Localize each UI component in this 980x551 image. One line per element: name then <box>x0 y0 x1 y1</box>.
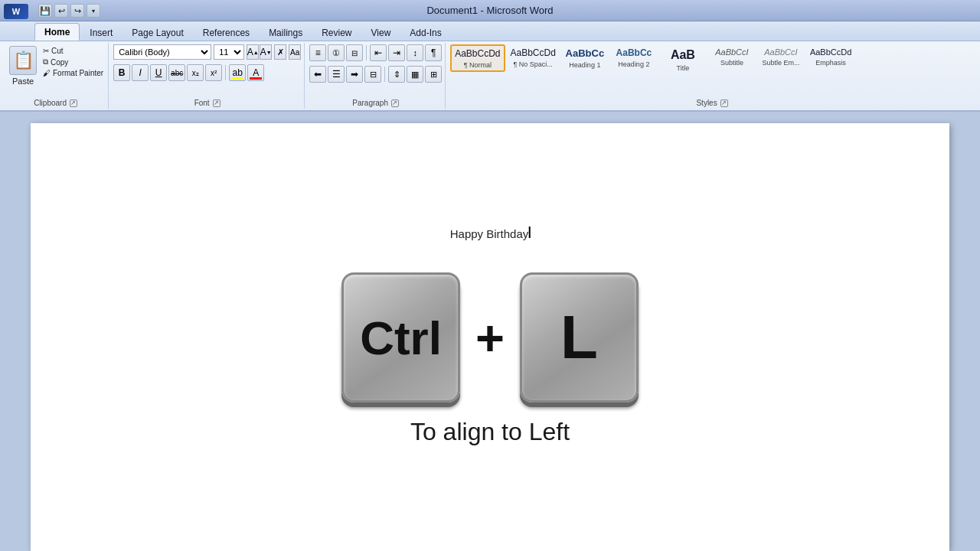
style-normal[interactable]: AaBbCcDd ¶ Normal <box>450 44 505 72</box>
style-title-label: Title <box>677 64 690 72</box>
style-no-spacing[interactable]: AaBbCcDd ¶ No Spaci... <box>507 44 560 70</box>
keys-row: Ctrl + L <box>341 272 639 403</box>
font-grow-button[interactable]: A▲ <box>247 44 259 60</box>
highlight-button[interactable]: ab <box>229 64 246 81</box>
tab-home[interactable]: Home <box>34 23 80 41</box>
subscript-button[interactable]: x₂ <box>187 64 204 81</box>
clipboard-group: 📋 Paste ✂ Cut ⧉ Copy 🖌 <box>3 43 109 109</box>
align-right-button[interactable]: ➡ <box>346 66 363 83</box>
line-spacing-button[interactable]: ⇕ <box>388 66 405 83</box>
multilevel-button[interactable]: ⊟ <box>346 44 363 61</box>
styles-group-label: Styles ↗ <box>450 99 974 107</box>
paragraph-expand-icon[interactable]: ↗ <box>391 99 399 107</box>
align-left-button[interactable]: ⬅ <box>309 66 326 83</box>
ribbon: Home Insert Page Layout References Maili… <box>0 21 980 112</box>
clipboard-group-label: Clipboard ↗ <box>6 99 105 107</box>
style-heading2-label: Heading 2 <box>618 60 649 68</box>
paragraph-group-label: Paragraph ↗ <box>309 99 442 107</box>
title-bar: W 💾 ↩ ↪ ▾ Document1 - Microsoft Word <box>0 0 980 21</box>
font-shrink-button[interactable]: A▼ <box>260 44 272 60</box>
align-center-button[interactable]: ☰ <box>328 66 345 83</box>
document-text[interactable]: Happy Birthday <box>450 227 531 240</box>
italic-button[interactable]: I <box>132 64 149 81</box>
font-group: Calibri (Body) 11 A▲ A▼ ✗ Aa B <box>110 43 305 109</box>
font-size-select[interactable]: 11 <box>214 44 244 60</box>
key-instruction: To align to Left <box>410 418 570 446</box>
redo-quick-btn[interactable]: ↪ <box>70 4 84 18</box>
tab-references[interactable]: References <box>194 24 259 41</box>
paragraph-row2: ⬅ ☰ ➡ ⊟ ⇕ ▦ ⊞ <box>309 66 442 83</box>
bold-button[interactable]: B <box>113 64 130 81</box>
bullets-button[interactable]: ≡ <box>309 44 326 61</box>
copy-button[interactable]: ⧉ Copy <box>41 57 105 67</box>
show-hide-button[interactable]: ¶ <box>425 44 442 61</box>
strikethrough-button[interactable]: abc <box>168 64 185 81</box>
font-size-arrows: A▲ A▼ <box>247 44 272 60</box>
cut-button[interactable]: ✂ Cut <box>41 46 105 56</box>
style-subtle-em[interactable]: AaBbCcI Subtle Em... <box>757 44 805 69</box>
font-color-button[interactable]: A <box>247 64 264 81</box>
tab-review[interactable]: Review <box>312 24 361 41</box>
clipboard-small-buttons: ✂ Cut ⧉ Copy 🖌 Format Painter <box>41 44 105 78</box>
font-color-bar <box>250 77 262 80</box>
cut-icon: ✂ <box>43 47 49 55</box>
para-sep2 <box>384 67 385 82</box>
tab-addins[interactable]: Add-Ins <box>400 24 450 41</box>
qa-dropdown-btn[interactable]: ▾ <box>87 4 100 18</box>
app-icon: W <box>4 4 34 19</box>
l-key: L <box>520 272 639 403</box>
clipboard-expand-icon[interactable]: ↗ <box>70 99 77 107</box>
document-page[interactable]: Happy Birthday Ctrl + L To al <box>31 123 949 551</box>
paste-button[interactable]: 📋 Paste <box>6 44 40 87</box>
font-row2: B I U abc x₂ x² ab A <box>113 64 264 81</box>
font-sep1 <box>225 65 226 80</box>
style-emphasis-label: Emphasis <box>815 59 846 67</box>
border-button[interactable]: ⊞ <box>425 66 442 83</box>
justify-button[interactable]: ⊟ <box>364 66 381 83</box>
save-quick-btn[interactable]: 💾 <box>38 4 52 18</box>
tab-mailings[interactable]: Mailings <box>260 24 312 41</box>
styles-group: AaBbCcDd ¶ Normal AaBbCcDd ¶ No Spaci...… <box>447 43 977 109</box>
shading-button[interactable]: ▦ <box>407 66 423 83</box>
font-name-select[interactable]: Calibri (Body) <box>113 44 211 60</box>
style-subtitle-preview: AaBbCcI <box>715 47 748 58</box>
sort-button[interactable]: ↕ <box>407 44 423 61</box>
ctrl-key: Ctrl <box>341 272 460 403</box>
font-group-label: Font ↗ <box>113 99 301 107</box>
styles-expand-icon[interactable]: ↗ <box>720 99 728 107</box>
style-heading1[interactable]: AaBbCc Heading 1 <box>561 44 609 71</box>
decrease-indent-button[interactable]: ⇤ <box>370 44 387 61</box>
format-painter-button[interactable]: 🖌 Format Painter <box>41 68 105 78</box>
style-normal-label: ¶ Normal <box>464 61 492 69</box>
paste-icon: 📋 <box>9 46 37 75</box>
underline-button[interactable]: U <box>150 64 167 81</box>
undo-quick-btn[interactable]: ↩ <box>54 4 68 18</box>
style-no-spacing-preview: AaBbCcDd <box>511 47 556 60</box>
style-heading1-label: Heading 1 <box>569 61 600 69</box>
plus-sign: + <box>475 309 505 367</box>
font-expand-icon[interactable]: ↗ <box>213 99 220 107</box>
style-no-spacing-label: ¶ No Spaci... <box>514 60 553 68</box>
increase-indent-button[interactable]: ⇥ <box>388 44 405 61</box>
tab-page-layout[interactable]: Page Layout <box>122 24 192 41</box>
style-subtitle-label: Subtitle <box>720 59 743 67</box>
style-heading2[interactable]: AaBbCc Heading 2 <box>610 44 658 70</box>
superscript-button[interactable]: x² <box>205 64 222 81</box>
styles-group-content: AaBbCcDd ¶ Normal AaBbCcDd ¶ No Spaci...… <box>450 44 974 97</box>
paragraph-row1: ≡ ① ⊟ ⇤ ⇥ ↕ ¶ <box>309 44 442 61</box>
style-emphasis[interactable]: AaBbCcDd Emphasis <box>806 44 855 69</box>
style-normal-preview: AaBbCcDd <box>455 47 500 60</box>
tab-insert[interactable]: Insert <box>80 24 122 41</box>
style-subtle-em-label: Subtle Em... <box>762 59 799 67</box>
style-subtitle[interactable]: AaBbCcI Subtitle <box>708 44 756 69</box>
document-area: Happy Birthday Ctrl + L To al <box>0 112 980 551</box>
paragraph-group-content: ≡ ① ⊟ ⇤ ⇥ ↕ ¶ ⬅ ☰ ➡ ⊟ <box>309 44 442 97</box>
ribbon-tabs: Home Insert Page Layout References Maili… <box>0 21 980 41</box>
change-case-button[interactable]: Aa <box>289 44 301 60</box>
quick-access-toolbar: 💾 ↩ ↪ ▾ <box>38 4 100 18</box>
style-title[interactable]: AaB Title <box>659 44 707 74</box>
tab-view[interactable]: View <box>362 24 400 41</box>
style-title-preview: AaB <box>671 47 695 64</box>
numbering-button[interactable]: ① <box>328 44 345 61</box>
clear-format-button[interactable]: ✗ <box>274 44 286 60</box>
